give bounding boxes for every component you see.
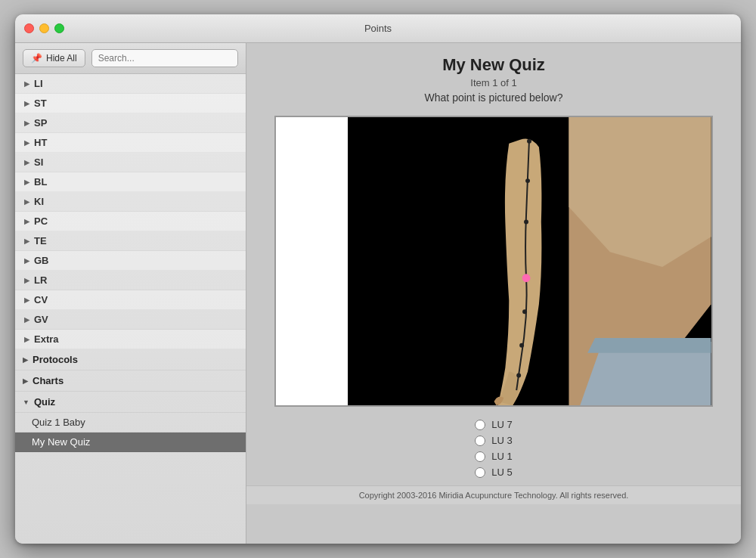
quiz-radio-lu5[interactable] (475, 467, 485, 478)
sidebar-toolbar: 📌 Hide All (15, 43, 246, 74)
chevron-right-icon: ▶ (24, 237, 29, 245)
main-window: Points 📌 Hide All ▶ LI ▶ ST (15, 14, 741, 544)
chevron-right-icon: ▶ (24, 80, 29, 88)
body-svg (348, 117, 711, 405)
sidebar: 📌 Hide All ▶ LI ▶ ST ▶ SP (15, 43, 246, 544)
sidebar-section-protocols[interactable]: ▶ Protocols (15, 349, 246, 370)
chevron-right-icon: ▶ (24, 218, 29, 225)
chevron-right-icon: ▶ (24, 198, 29, 206)
chevron-right-icon: ▶ (24, 296, 29, 304)
chevron-right-icon: ▶ (24, 100, 29, 107)
sidebar-section-quiz[interactable]: ▼ Quiz (15, 392, 246, 413)
chevron-right-icon: ▶ (24, 178, 29, 186)
quiz-option-lu1[interactable]: LU 1 (475, 451, 512, 462)
copyright-text: Copyright 2003-2016 Miridia Acupuncture … (359, 491, 629, 500)
footer: Copyright 2003-2016 Miridia Acupuncture … (246, 485, 741, 504)
quiz-question: What point is pictured below? (262, 91, 726, 104)
quiz-header: My New Quiz Item 1 of 1 What point is pi… (246, 43, 741, 111)
acu-point-5 (522, 309, 527, 314)
quiz-option-lu7[interactable]: LU 7 (475, 419, 512, 430)
chevron-right-icon: ▶ (24, 277, 29, 284)
sidebar-item-GB[interactable]: ▶ GB (15, 251, 246, 271)
quiz-radio-lu3[interactable] (475, 436, 485, 446)
sidebar-item-LR[interactable]: ▶ LR (15, 271, 246, 290)
close-button[interactable] (24, 23, 34, 33)
acu-point-2 (525, 178, 530, 183)
image-left-white-panel (276, 117, 348, 405)
sidebar-item-TE[interactable]: ▶ TE (15, 231, 246, 251)
sidebar-item-mynewquiz[interactable]: My New Quiz (15, 432, 246, 452)
chevron-down-icon: ▼ (23, 398, 29, 406)
search-input[interactable] (91, 49, 238, 67)
sidebar-item-HT[interactable]: ▶ HT (15, 133, 246, 153)
quiz-image (274, 116, 713, 407)
chevron-right-icon: ▶ (24, 316, 29, 324)
quiz-radio-lu7[interactable] (475, 420, 485, 430)
waistband (587, 338, 711, 353)
quiz-option-lu5[interactable]: LU 5 (475, 467, 512, 478)
chevron-right-icon: ▶ (24, 159, 29, 166)
sidebar-item-SI[interactable]: ▶ SI (15, 153, 246, 172)
titlebar: Points (15, 14, 741, 43)
main-content: 📌 Hide All ▶ LI ▶ ST ▶ SP (15, 43, 741, 544)
titlebar-title: Points (364, 23, 392, 34)
traffic-lights (24, 23, 64, 33)
acu-point-top (527, 139, 531, 144)
quiz-title: My New Quiz (262, 55, 726, 75)
sidebar-item-Extra[interactable]: ▶ Extra (15, 330, 246, 349)
chevron-right-icon: ▶ (23, 377, 28, 385)
sidebar-item-CV[interactable]: ▶ CV (15, 290, 246, 310)
sidebar-item-SP[interactable]: ▶ SP (15, 113, 246, 133)
sidebar-item-GV[interactable]: ▶ GV (15, 310, 246, 330)
acu-point-6 (519, 343, 524, 348)
chevron-right-icon: ▶ (23, 356, 28, 364)
maximize-button[interactable] (54, 23, 64, 33)
quiz-item-info: Item 1 of 1 (262, 77, 726, 88)
quiz-radio-lu1[interactable] (475, 451, 485, 462)
minimize-button[interactable] (39, 23, 49, 33)
hide-all-button[interactable]: 📌 Hide All (23, 49, 85, 67)
quiz-options: LU 7 LU 3 LU 1 LU 5 (246, 411, 741, 485)
acu-point-highlighted (522, 274, 530, 282)
sidebar-item-PC[interactable]: ▶ PC (15, 212, 246, 231)
sidebar-list: ▶ LI ▶ ST ▶ SP ▶ HT ▶ SI (15, 74, 246, 544)
pin-icon: 📌 (31, 53, 42, 64)
acu-point-bottom (516, 373, 521, 377)
chevron-right-icon: ▶ (24, 257, 29, 265)
sidebar-section-charts[interactable]: ▶ Charts (15, 370, 246, 392)
sidebar-item-quiz1baby[interactable]: Quiz 1 Baby (15, 413, 246, 432)
chevron-right-icon: ▶ (24, 139, 29, 147)
image-body-area (348, 117, 711, 405)
content-area: My New Quiz Item 1 of 1 What point is pi… (246, 43, 741, 544)
sidebar-item-ST[interactable]: ▶ ST (15, 94, 246, 113)
sidebar-item-LI[interactable]: ▶ LI (15, 74, 246, 94)
chevron-right-icon: ▶ (24, 336, 29, 343)
quiz-option-lu3[interactable]: LU 3 (475, 435, 512, 446)
sidebar-item-BL[interactable]: ▶ BL (15, 172, 246, 192)
acu-point-3 (524, 220, 528, 225)
chevron-right-icon: ▶ (24, 119, 29, 127)
sidebar-item-KI[interactable]: ▶ KI (15, 192, 246, 212)
quiz-image-container (246, 111, 741, 411)
